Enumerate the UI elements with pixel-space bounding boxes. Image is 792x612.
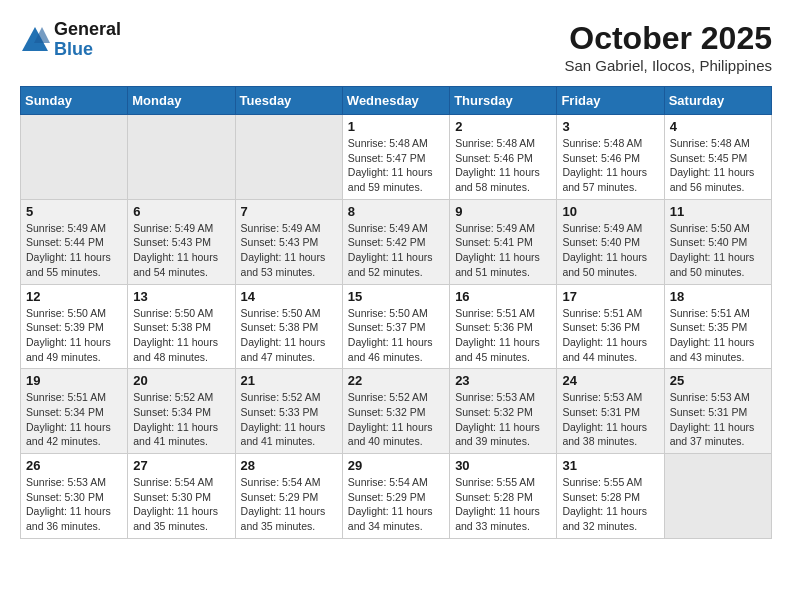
day-number: 9: [455, 204, 551, 219]
calendar-week-row: 1Sunrise: 5:48 AM Sunset: 5:47 PM Daylig…: [21, 115, 772, 200]
day-info: Sunrise: 5:48 AM Sunset: 5:46 PM Dayligh…: [455, 136, 551, 195]
day-number: 2: [455, 119, 551, 134]
day-info: Sunrise: 5:49 AM Sunset: 5:40 PM Dayligh…: [562, 221, 658, 280]
calendar-cell: 24Sunrise: 5:53 AM Sunset: 5:31 PM Dayli…: [557, 369, 664, 454]
calendar-table: SundayMondayTuesdayWednesdayThursdayFrid…: [20, 86, 772, 539]
page: General Blue October 2025 San Gabriel, I…: [0, 0, 792, 549]
day-number: 27: [133, 458, 229, 473]
calendar-cell: 2Sunrise: 5:48 AM Sunset: 5:46 PM Daylig…: [450, 115, 557, 200]
calendar-cell: [21, 115, 128, 200]
day-info: Sunrise: 5:50 AM Sunset: 5:37 PM Dayligh…: [348, 306, 444, 365]
day-number: 28: [241, 458, 337, 473]
day-info: Sunrise: 5:48 AM Sunset: 5:46 PM Dayligh…: [562, 136, 658, 195]
day-number: 8: [348, 204, 444, 219]
weekday-header-wednesday: Wednesday: [342, 87, 449, 115]
day-info: Sunrise: 5:54 AM Sunset: 5:29 PM Dayligh…: [241, 475, 337, 534]
day-info: Sunrise: 5:52 AM Sunset: 5:33 PM Dayligh…: [241, 390, 337, 449]
calendar-week-row: 26Sunrise: 5:53 AM Sunset: 5:30 PM Dayli…: [21, 454, 772, 539]
weekday-header-thursday: Thursday: [450, 87, 557, 115]
calendar-cell: 15Sunrise: 5:50 AM Sunset: 5:37 PM Dayli…: [342, 284, 449, 369]
day-number: 10: [562, 204, 658, 219]
day-info: Sunrise: 5:50 AM Sunset: 5:38 PM Dayligh…: [241, 306, 337, 365]
day-info: Sunrise: 5:49 AM Sunset: 5:44 PM Dayligh…: [26, 221, 122, 280]
calendar-cell: 5Sunrise: 5:49 AM Sunset: 5:44 PM Daylig…: [21, 199, 128, 284]
day-number: 31: [562, 458, 658, 473]
day-info: Sunrise: 5:53 AM Sunset: 5:30 PM Dayligh…: [26, 475, 122, 534]
day-number: 25: [670, 373, 766, 388]
calendar-week-row: 12Sunrise: 5:50 AM Sunset: 5:39 PM Dayli…: [21, 284, 772, 369]
day-info: Sunrise: 5:49 AM Sunset: 5:41 PM Dayligh…: [455, 221, 551, 280]
calendar-cell: [128, 115, 235, 200]
calendar-cell: 14Sunrise: 5:50 AM Sunset: 5:38 PM Dayli…: [235, 284, 342, 369]
day-info: Sunrise: 5:51 AM Sunset: 5:35 PM Dayligh…: [670, 306, 766, 365]
day-number: 14: [241, 289, 337, 304]
day-info: Sunrise: 5:48 AM Sunset: 5:47 PM Dayligh…: [348, 136, 444, 195]
logo-text: General Blue: [54, 20, 121, 60]
title-block: October 2025 San Gabriel, Ilocos, Philip…: [564, 20, 772, 74]
day-info: Sunrise: 5:50 AM Sunset: 5:39 PM Dayligh…: [26, 306, 122, 365]
day-info: Sunrise: 5:49 AM Sunset: 5:43 PM Dayligh…: [241, 221, 337, 280]
weekday-header-sunday: Sunday: [21, 87, 128, 115]
day-number: 26: [26, 458, 122, 473]
calendar-cell: 8Sunrise: 5:49 AM Sunset: 5:42 PM Daylig…: [342, 199, 449, 284]
day-info: Sunrise: 5:54 AM Sunset: 5:29 PM Dayligh…: [348, 475, 444, 534]
day-info: Sunrise: 5:55 AM Sunset: 5:28 PM Dayligh…: [455, 475, 551, 534]
calendar-cell: 9Sunrise: 5:49 AM Sunset: 5:41 PM Daylig…: [450, 199, 557, 284]
day-number: 22: [348, 373, 444, 388]
day-number: 23: [455, 373, 551, 388]
calendar-cell: 7Sunrise: 5:49 AM Sunset: 5:43 PM Daylig…: [235, 199, 342, 284]
day-info: Sunrise: 5:52 AM Sunset: 5:32 PM Dayligh…: [348, 390, 444, 449]
day-number: 20: [133, 373, 229, 388]
day-number: 1: [348, 119, 444, 134]
calendar-cell: 16Sunrise: 5:51 AM Sunset: 5:36 PM Dayli…: [450, 284, 557, 369]
weekday-header-tuesday: Tuesday: [235, 87, 342, 115]
day-info: Sunrise: 5:52 AM Sunset: 5:34 PM Dayligh…: [133, 390, 229, 449]
day-number: 30: [455, 458, 551, 473]
day-number: 11: [670, 204, 766, 219]
day-info: Sunrise: 5:54 AM Sunset: 5:30 PM Dayligh…: [133, 475, 229, 534]
logo: General Blue: [20, 20, 121, 60]
logo-icon: [20, 25, 50, 55]
calendar-cell: 30Sunrise: 5:55 AM Sunset: 5:28 PM Dayli…: [450, 454, 557, 539]
calendar-cell: 12Sunrise: 5:50 AM Sunset: 5:39 PM Dayli…: [21, 284, 128, 369]
calendar-cell: 31Sunrise: 5:55 AM Sunset: 5:28 PM Dayli…: [557, 454, 664, 539]
day-info: Sunrise: 5:51 AM Sunset: 5:34 PM Dayligh…: [26, 390, 122, 449]
day-number: 7: [241, 204, 337, 219]
calendar-cell: 25Sunrise: 5:53 AM Sunset: 5:31 PM Dayli…: [664, 369, 771, 454]
calendar-cell: [235, 115, 342, 200]
day-number: 6: [133, 204, 229, 219]
location: San Gabriel, Ilocos, Philippines: [564, 57, 772, 74]
weekday-header-saturday: Saturday: [664, 87, 771, 115]
weekday-header-row: SundayMondayTuesdayWednesdayThursdayFrid…: [21, 87, 772, 115]
day-info: Sunrise: 5:48 AM Sunset: 5:45 PM Dayligh…: [670, 136, 766, 195]
day-number: 4: [670, 119, 766, 134]
day-number: 29: [348, 458, 444, 473]
weekday-header-friday: Friday: [557, 87, 664, 115]
day-info: Sunrise: 5:49 AM Sunset: 5:42 PM Dayligh…: [348, 221, 444, 280]
calendar-cell: 13Sunrise: 5:50 AM Sunset: 5:38 PM Dayli…: [128, 284, 235, 369]
day-number: 16: [455, 289, 551, 304]
day-info: Sunrise: 5:53 AM Sunset: 5:31 PM Dayligh…: [670, 390, 766, 449]
day-number: 18: [670, 289, 766, 304]
day-info: Sunrise: 5:51 AM Sunset: 5:36 PM Dayligh…: [562, 306, 658, 365]
day-number: 17: [562, 289, 658, 304]
calendar-cell: 29Sunrise: 5:54 AM Sunset: 5:29 PM Dayli…: [342, 454, 449, 539]
calendar-cell: 17Sunrise: 5:51 AM Sunset: 5:36 PM Dayli…: [557, 284, 664, 369]
day-info: Sunrise: 5:50 AM Sunset: 5:40 PM Dayligh…: [670, 221, 766, 280]
day-info: Sunrise: 5:53 AM Sunset: 5:32 PM Dayligh…: [455, 390, 551, 449]
month-title: October 2025: [564, 20, 772, 57]
day-number: 24: [562, 373, 658, 388]
logo-blue: Blue: [54, 40, 121, 60]
day-info: Sunrise: 5:50 AM Sunset: 5:38 PM Dayligh…: [133, 306, 229, 365]
logo-general: General: [54, 20, 121, 40]
calendar-cell: 27Sunrise: 5:54 AM Sunset: 5:30 PM Dayli…: [128, 454, 235, 539]
calendar-cell: 22Sunrise: 5:52 AM Sunset: 5:32 PM Dayli…: [342, 369, 449, 454]
calendar-cell: 28Sunrise: 5:54 AM Sunset: 5:29 PM Dayli…: [235, 454, 342, 539]
day-number: 15: [348, 289, 444, 304]
day-number: 13: [133, 289, 229, 304]
calendar-cell: 20Sunrise: 5:52 AM Sunset: 5:34 PM Dayli…: [128, 369, 235, 454]
calendar-cell: 1Sunrise: 5:48 AM Sunset: 5:47 PM Daylig…: [342, 115, 449, 200]
calendar-cell: 11Sunrise: 5:50 AM Sunset: 5:40 PM Dayli…: [664, 199, 771, 284]
day-number: 12: [26, 289, 122, 304]
calendar-week-row: 19Sunrise: 5:51 AM Sunset: 5:34 PM Dayli…: [21, 369, 772, 454]
